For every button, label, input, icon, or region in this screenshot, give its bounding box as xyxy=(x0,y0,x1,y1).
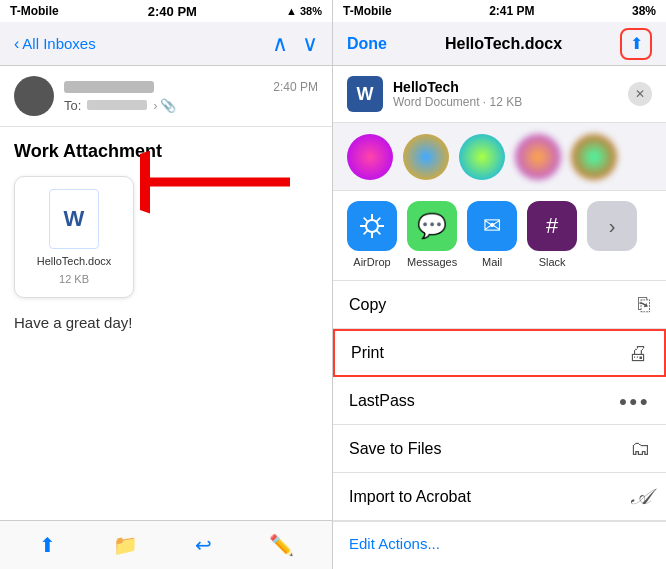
time-left: 2:40 PM xyxy=(148,4,197,19)
acrobat-icon: 𝒜 xyxy=(631,484,650,510)
apps-row: AirDrop 💬 Messages ✉ Mail # Slack › xyxy=(333,191,666,281)
wifi-icon: ▲ xyxy=(286,5,297,17)
word-doc-icon: W xyxy=(49,189,99,249)
copy-label: Copy xyxy=(349,296,386,314)
lastpass-icon: ●●● xyxy=(619,393,650,409)
compose-button[interactable]: ✏️ xyxy=(269,533,294,557)
nav-arrows[interactable]: ∧ ∨ xyxy=(272,31,318,57)
action-copy[interactable]: Copy ⎘ xyxy=(333,281,666,329)
app-airdrop[interactable]: AirDrop xyxy=(347,201,397,268)
folder-button[interactable]: 📁 xyxy=(113,533,138,557)
contact-avatar-1[interactable] xyxy=(347,134,393,180)
import-to-acrobat-label: Import to Acrobat xyxy=(349,488,471,506)
to-line: To: › 📎 xyxy=(64,98,318,113)
share-sheet-title: HelloTech.docx xyxy=(445,35,562,53)
airdrop-label: AirDrop xyxy=(353,256,390,268)
messages-icon: 💬 xyxy=(407,201,457,251)
contacts-row xyxy=(333,123,666,191)
sender-avatar xyxy=(14,76,54,116)
contact-avatar-3[interactable] xyxy=(459,134,505,180)
paperclip-icon: 📎 xyxy=(160,98,176,113)
copy-icon: ⎘ xyxy=(638,293,650,316)
email-meta: 2:40 PM To: › 📎 xyxy=(0,66,332,127)
share-button[interactable]: ⬆ xyxy=(620,28,652,60)
archive-button[interactable]: ⬆ xyxy=(39,533,56,557)
file-word-icon: W xyxy=(347,76,383,112)
app-slack[interactable]: # Slack xyxy=(527,201,577,268)
file-meta: Word Document · 12 KB xyxy=(393,95,618,109)
action-import-to-acrobat[interactable]: Import to Acrobat 𝒜 xyxy=(333,473,666,521)
time-right: 2:41 PM xyxy=(489,4,534,18)
contact-avatar-2[interactable] xyxy=(403,134,449,180)
down-arrow-icon[interactable]: ∨ xyxy=(302,31,318,57)
airdrop-icon xyxy=(347,201,397,251)
app-mail[interactable]: ✉ Mail xyxy=(467,201,517,268)
carrier-right: T-Mobile xyxy=(343,4,392,18)
up-arrow-icon[interactable]: ∧ xyxy=(272,31,288,57)
contact-avatar-4[interactable] xyxy=(515,134,561,180)
chevron-icon: › xyxy=(153,98,157,113)
to-label: To: xyxy=(64,98,81,113)
slack-icon: # xyxy=(527,201,577,251)
save-to-files-label: Save to Files xyxy=(349,440,441,458)
share-icon: ⬆ xyxy=(630,34,643,53)
email-time: 2:40 PM xyxy=(273,80,318,94)
contact-avatar-5[interactable] xyxy=(571,134,617,180)
left-panel: T-Mobile 2:40 PM ▲ 38% ‹ All Inboxes ∧ ∨… xyxy=(0,0,333,569)
print-label: Print xyxy=(351,344,384,362)
print-icon: 🖨 xyxy=(628,342,648,365)
sender-name xyxy=(64,81,154,93)
status-bar-right: T-Mobile 2:41 PM 38% xyxy=(333,0,666,22)
back-button[interactable]: ‹ All Inboxes xyxy=(14,35,96,53)
action-save-to-files[interactable]: Save to Files 🗂 xyxy=(333,425,666,473)
lastpass-label: LastPass xyxy=(349,392,415,410)
battery-right: 38% xyxy=(632,4,656,18)
back-label: All Inboxes xyxy=(22,35,95,52)
status-bar-left: T-Mobile 2:40 PM ▲ 38% xyxy=(0,0,332,22)
action-lastpass[interactable]: LastPass ●●● xyxy=(333,377,666,425)
recipient-blur xyxy=(87,100,147,110)
mail-icon: ✉ xyxy=(467,201,517,251)
file-header: W HelloTech Word Document · 12 KB ✕ xyxy=(333,66,666,123)
chevron-left-icon: ‹ xyxy=(14,35,19,53)
carrier-left: T-Mobile xyxy=(10,4,59,18)
file-name: HelloTech xyxy=(393,79,618,95)
attachment-size: 12 KB xyxy=(59,273,89,285)
app-messages[interactable]: 💬 Messages xyxy=(407,201,457,268)
email-greeting: Have a great day! xyxy=(14,314,318,331)
attachment-name: HelloTech.docx xyxy=(37,255,112,267)
close-button[interactable]: ✕ xyxy=(628,82,652,106)
slack-label: Slack xyxy=(539,256,566,268)
messages-label: Messages xyxy=(407,256,457,268)
actions-list: Copy ⎘ Print 🖨 LastPass ●●● Save to File… xyxy=(333,281,666,569)
battery-left: ▲ 38% xyxy=(286,5,322,17)
bottom-toolbar-left: ⬆ 📁 ↩ ✏️ xyxy=(0,520,332,569)
app-more[interactable]: › xyxy=(587,201,637,251)
right-panel: T-Mobile 2:41 PM 38% Done HelloTech.docx… xyxy=(333,0,666,569)
arrow-annotation xyxy=(140,150,295,219)
attachment-card[interactable]: W HelloTech.docx 12 KB xyxy=(14,176,134,298)
edit-actions-link[interactable]: Edit Actions... xyxy=(349,535,440,552)
reply-button[interactable]: ↩ xyxy=(195,533,212,557)
mail-label: Mail xyxy=(482,256,502,268)
save-to-files-icon: 🗂 xyxy=(630,437,650,460)
action-print[interactable]: Print 🖨 xyxy=(333,329,666,377)
edit-actions-row: Edit Actions... xyxy=(333,521,666,565)
share-nav-bar: Done HelloTech.docx ⬆ xyxy=(333,22,666,66)
done-button[interactable]: Done xyxy=(347,35,387,53)
more-icon: › xyxy=(587,201,637,251)
nav-bar-left: ‹ All Inboxes ∧ ∨ xyxy=(0,22,332,66)
